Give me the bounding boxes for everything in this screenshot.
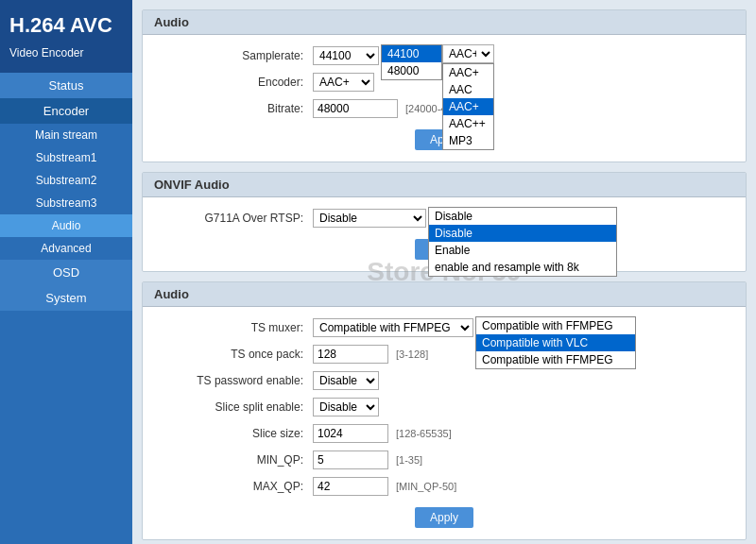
min-qp-control: [1-35] — [313, 450, 422, 469]
audio2-section-title: Audio — [143, 282, 746, 307]
samplerate-label: Samplerate: — [162, 49, 313, 62]
ts-muxer-select[interactable]: Compatible with FFMPEG Compatible with V… — [313, 318, 473, 337]
g711-option-resample[interactable]: enable and resample with 8k — [429, 259, 616, 276]
max-qp-input[interactable] — [313, 477, 388, 496]
max-qp-label: MAX_QP: — [162, 480, 313, 493]
sidebar-item-substream3[interactable]: Substream3 — [0, 192, 132, 214]
app-logo: H.264 AVC Video Encoder — [0, 0, 132, 73]
g711-label: G711A Over RTSP: — [162, 212, 313, 225]
min-qp-row: MIN_QP: [1-35] — [162, 450, 727, 469]
audio-section-title: Audio — [143, 10, 746, 35]
onvif-section-title: ONVIF Audio — [143, 173, 746, 197]
samplerate-option-44100[interactable]: 44100 — [382, 45, 441, 62]
encoder-select[interactable]: AAC+ AAC AAC++ MP3 — [313, 73, 374, 92]
samplerate-row: Samplerate: 44100 48000 44100 48000 — [162, 46, 727, 65]
max-qp-control: [MIN_QP-50] — [313, 477, 456, 496]
g711-select[interactable]: Disable Enable enable and resample with … — [313, 209, 426, 228]
slice-size-control: [128-65535] — [313, 424, 452, 443]
ts-once-pack-control: [3-128] — [313, 345, 428, 364]
g711-control: Disable Enable enable and resample with … — [313, 209, 426, 228]
slice-size-input[interactable] — [313, 424, 388, 443]
audio2-apply-row: Apply — [162, 503, 727, 528]
samplerate-select[interactable]: 44100 48000 — [313, 46, 379, 65]
ts-password-label: TS password enable: — [162, 374, 313, 387]
ts-option-ffmpeg[interactable]: Compatible with FFMPEG — [476, 317, 635, 334]
ts-once-pack-input[interactable] — [313, 345, 388, 364]
sidebar: H.264 AVC Video Encoder Status Encoder M… — [0, 0, 132, 544]
ts-once-pack-label: TS once pack: — [162, 348, 313, 361]
audio-section: Audio Samplerate: 44100 48000 44100 4800… — [142, 9, 747, 162]
sidebar-item-substream2[interactable]: Substream2 — [0, 169, 132, 192]
encoder-option-aac[interactable]: AAC — [443, 81, 493, 98]
slice-size-label: Slice size: — [162, 427, 313, 440]
max-qp-hint: [MIN_QP-50] — [396, 481, 456, 492]
audio-section-body: Samplerate: 44100 48000 44100 48000 — [143, 35, 746, 162]
encoder-option-aacplus[interactable]: AAC+ — [443, 64, 493, 81]
slice-size-hint: [128-65535] — [396, 428, 452, 439]
encoder-option-aacplusplus[interactable]: AAC++ — [443, 115, 493, 132]
onvif-section: ONVIF Audio G711A Over RTSP: Disable Ena… — [142, 172, 747, 272]
ts-once-pack-hint: [3-128] — [396, 348, 428, 360]
ts-once-pack-row: TS once pack: [3-128] — [162, 345, 727, 364]
encoder-label: Encoder: — [162, 76, 313, 89]
encoder-option-mp3[interactable]: MP3 — [443, 132, 493, 149]
bitrate-input[interactable] — [313, 99, 398, 118]
slice-split-row: Slice split enable: Disable Enable — [162, 398, 727, 416]
encoder-dropdown-open: AAC+ AAC+ AAC AAC+ AAC++ MP3 — [442, 44, 494, 63]
sidebar-item-advanced[interactable]: Advanced — [0, 237, 132, 260]
audio2-apply-button[interactable]: Apply — [415, 507, 473, 528]
sidebar-item-encoder[interactable]: Encoder — [0, 98, 132, 124]
onvif-section-body: G711A Over RTSP: Disable Enable enable a… — [143, 197, 746, 271]
max-qp-row: MAX_QP: [MIN_QP-50] — [162, 477, 727, 496]
slice-split-control: Disable Enable — [313, 398, 379, 416]
g711-option-disable-top[interactable]: Disable — [429, 208, 616, 225]
logo-line1: H.264 AVC — [9, 13, 112, 37]
ts-password-row: TS password enable: Disable Enable — [162, 371, 727, 390]
ts-password-control: Disable Enable — [313, 371, 379, 390]
min-qp-input[interactable] — [313, 450, 388, 469]
main-content: Store No. 59 Audio Samplerate: 44100 480… — [132, 0, 756, 544]
samplerate-option-48000[interactable]: 48000 — [382, 62, 441, 79]
g711-option-enable[interactable]: Enable — [429, 242, 616, 259]
ts-option-vlc[interactable]: Compatible with VLC — [476, 334, 635, 351]
g711-row: G711A Over RTSP: Disable Enable enable a… — [162, 209, 727, 228]
sidebar-item-status[interactable]: Status — [0, 73, 132, 98]
bitrate-label: Bitrate: — [162, 102, 313, 115]
samplerate-control: 44100 48000 44100 48000 AAC+ — [313, 46, 379, 65]
g711-option-disable[interactable]: Disable — [429, 225, 616, 242]
sidebar-item-osd[interactable]: OSD — [0, 260, 132, 285]
min-qp-label: MIN_QP: — [162, 453, 313, 467]
encoder-control: AAC+ AAC AAC++ MP3 — [313, 73, 374, 92]
encoder-option-aacplus2[interactable]: AAC+ — [443, 98, 493, 115]
ts-muxer-control: Compatible with FFMPEG Compatible with V… — [313, 318, 473, 337]
sidebar-item-main-stream[interactable]: Main stream — [0, 124, 132, 146]
ts-muxer-row: TS muxer: Compatible with FFMPEG Compati… — [162, 318, 727, 337]
slice-size-row: Slice size: [128-65535] — [162, 424, 727, 443]
min-qp-hint: [1-35] — [396, 454, 422, 466]
sidebar-item-system[interactable]: System — [0, 285, 132, 311]
slice-split-select[interactable]: Disable Enable — [313, 398, 379, 416]
audio2-section-body: TS muxer: Compatible with FFMPEG Compati… — [143, 307, 746, 539]
audio2-section: Audio TS muxer: Compatible with FFMPEG C… — [142, 281, 747, 540]
sidebar-item-substream1[interactable]: Substream1 — [0, 146, 132, 169]
ts-password-select[interactable]: Disable Enable — [313, 371, 379, 390]
slice-split-label: Slice split enable: — [162, 400, 313, 414]
sidebar-item-audio[interactable]: Audio — [0, 214, 132, 237]
ts-option-ffmpeg2[interactable]: Compatible with FFMPEG — [476, 351, 635, 368]
encoder-select-inline[interactable]: AAC+ — [442, 44, 494, 63]
ts-muxer-label: TS muxer: — [162, 321, 313, 334]
logo-line2: Video Encoder — [9, 46, 84, 60]
